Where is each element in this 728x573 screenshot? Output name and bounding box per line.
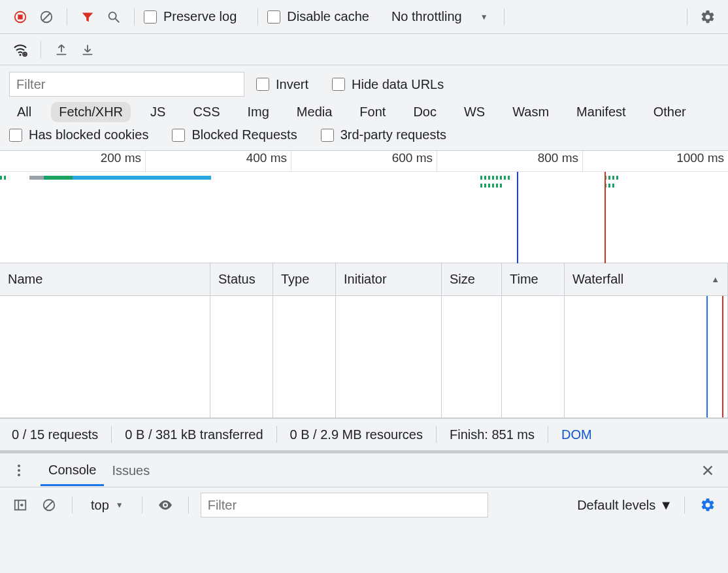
console-sidebar-icon[interactable] (9, 494, 31, 516)
chevron-down-icon: ▼ (480, 12, 488, 22)
filter-type-font[interactable]: Font (352, 102, 393, 122)
console-filter-input[interactable] (201, 493, 488, 517)
network-toolbar: Preserve log Disable cache No throttling… (0, 0, 728, 34)
log-levels-dropdown[interactable]: Default levels ▼ (577, 498, 672, 513)
status-finish: Finish: 851 ms (450, 427, 535, 442)
col-type[interactable]: Type (273, 263, 336, 295)
overview-segment (44, 176, 73, 180)
filter-type-manifest[interactable]: Manifest (569, 102, 634, 122)
record-button[interactable] (9, 6, 31, 28)
filter-bar: Invert Hide data URLs All Fetch/XHR JS C… (0, 65, 728, 151)
import-har-icon[interactable] (76, 39, 99, 61)
overview-segment (604, 176, 619, 180)
status-requests: 0 / 15 requests (12, 427, 98, 442)
overview-segment (480, 184, 502, 188)
blocked-cookies-label: Has blocked cookies (29, 127, 148, 142)
tick: 200 ms (0, 151, 146, 171)
waterfall-dcl-line (706, 296, 708, 417)
col-status[interactable]: Status (210, 263, 273, 295)
third-party-label: 3rd-party requests (340, 127, 446, 142)
col-initiator[interactable]: Initiator (336, 263, 442, 295)
console-clear-icon[interactable] (38, 494, 60, 516)
invert-input[interactable] (256, 78, 269, 91)
live-expression-icon[interactable] (154, 494, 176, 516)
tick: 1000 ms (583, 151, 728, 171)
svg-point-4 (109, 12, 116, 19)
filter-type-ws[interactable]: WS (456, 102, 493, 122)
filter-type-other[interactable]: Other (646, 102, 694, 122)
tab-issues[interactable]: Issues (104, 455, 157, 485)
filter-type-js[interactable]: JS (142, 102, 173, 122)
disable-cache-input[interactable] (267, 10, 280, 24)
blocked-requests-checkbox[interactable]: Blocked Requests (172, 127, 297, 142)
divider (257, 8, 258, 25)
clear-button[interactable] (35, 6, 58, 28)
col-name[interactable]: Name (0, 263, 210, 295)
load-marker (604, 172, 606, 263)
divider (684, 497, 685, 514)
svg-line-13 (46, 502, 53, 509)
search-icon[interactable] (103, 6, 125, 28)
throttling-label: No throttling (391, 9, 462, 24)
filter-type-all[interactable]: All (9, 102, 39, 122)
tick: 400 ms (146, 151, 291, 171)
filter-type-media[interactable]: Media (289, 102, 340, 122)
filter-type-doc[interactable]: Doc (405, 102, 444, 122)
blocked-requests-label: Blocked Requests (191, 127, 297, 142)
table-body (0, 296, 728, 417)
filter-toggle-icon[interactable] (76, 6, 99, 28)
blocked-cookies-input[interactable] (9, 129, 22, 142)
overview-segment (0, 176, 7, 180)
tick: 600 ms (291, 151, 437, 171)
log-levels-label: Default levels (577, 498, 655, 513)
third-party-checkbox[interactable]: 3rd-party requests (321, 127, 446, 142)
drawer-menu-icon[interactable] (9, 461, 29, 480)
svg-point-14 (164, 504, 167, 506)
third-party-input[interactable] (321, 129, 334, 142)
svg-line-3 (43, 13, 50, 20)
preserve-log-input[interactable] (144, 10, 157, 24)
console-toolbar: top ▼ Default levels ▼ (0, 487, 728, 523)
table-header: Name Status Type Initiator Size Time Wat… (0, 263, 728, 296)
throttling-dropdown[interactable]: No throttling ▼ (385, 7, 495, 27)
export-har-icon[interactable] (50, 39, 73, 61)
waterfall-load-line (722, 296, 723, 417)
status-bar: 0 / 15 requests 0 B / 381 kB transferred… (0, 418, 728, 451)
network-overview[interactable]: 200 ms 400 ms 600 ms 800 ms 1000 ms (0, 151, 728, 263)
filter-type-fetch-xhr[interactable]: Fetch/XHR (51, 102, 131, 122)
overview-segment (480, 176, 510, 180)
settings-icon[interactable] (697, 6, 719, 28)
close-drawer-icon[interactable] (697, 459, 719, 482)
divider (134, 8, 135, 25)
filter-input[interactable] (9, 72, 244, 97)
context-dropdown[interactable]: top ▼ (84, 495, 130, 516)
col-waterfall[interactable]: Waterfall (565, 263, 728, 295)
divider (142, 497, 142, 514)
requests-table: Name Status Type Initiator Size Time Wat… (0, 263, 728, 418)
overview-ticks: 200 ms 400 ms 600 ms 800 ms 1000 ms (0, 151, 728, 172)
disable-cache-label: Disable cache (287, 9, 369, 24)
filter-type-css[interactable]: CSS (185, 102, 227, 122)
chevron-down-icon: ▼ (659, 498, 672, 513)
domcontentloaded-marker (517, 172, 518, 263)
tab-console[interactable]: Console (41, 455, 104, 486)
blocked-cookies-checkbox[interactable]: Has blocked cookies (9, 127, 148, 142)
hide-data-urls-input[interactable] (332, 78, 345, 91)
col-time[interactable]: Time (502, 263, 565, 295)
overview-segment (604, 184, 616, 188)
divider (687, 8, 687, 25)
filter-type-wasm[interactable]: Wasm (505, 102, 557, 122)
network-conditions-icon[interactable] (9, 39, 31, 61)
invert-checkbox[interactable]: Invert (256, 77, 308, 92)
hide-data-urls-checkbox[interactable]: Hide data URLs (332, 77, 444, 92)
blocked-requests-input[interactable] (172, 129, 185, 142)
status-resources: 0 B / 2.9 MB resources (290, 427, 423, 442)
overview-segment (73, 176, 211, 180)
col-size[interactable]: Size (442, 263, 502, 295)
disable-cache-checkbox[interactable]: Disable cache (267, 9, 369, 24)
preserve-log-checkbox[interactable]: Preserve log (144, 9, 237, 24)
filter-type-img[interactable]: Img (240, 102, 277, 122)
divider (67, 8, 67, 25)
network-toolbar-2 (0, 34, 728, 65)
console-settings-icon[interactable] (697, 494, 719, 516)
